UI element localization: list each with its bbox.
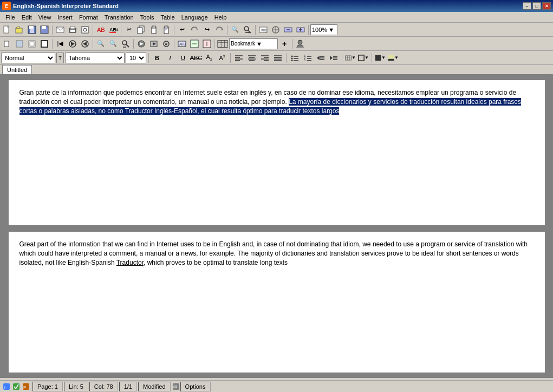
justify-button[interactable]	[272, 52, 284, 64]
print-preview-button[interactable]	[79, 24, 91, 36]
svg-point-27	[244, 27, 249, 31]
navigator-btn1[interactable]: |◀	[54, 38, 66, 50]
tab-bar: Untitled	[0, 65, 553, 75]
align-right-button[interactable]	[259, 52, 271, 64]
search-btn2[interactable]: 🔍	[107, 38, 119, 50]
menu-insert[interactable]: Insert	[54, 12, 76, 22]
svg-rect-13	[82, 27, 88, 33]
undo-history-button[interactable]	[188, 24, 200, 36]
ordered-list-button[interactable]: 1.2.3.	[302, 52, 314, 64]
window-controls: − □ ✕	[523, 2, 551, 10]
img-btn2[interactable]	[270, 24, 282, 36]
status-icon-1: i	[2, 382, 11, 391]
menu-language[interactable]: Language	[178, 12, 211, 22]
outdent-list-button[interactable]	[315, 52, 327, 64]
italic-button[interactable]: I	[164, 52, 176, 64]
menu-translation[interactable]: Translation	[101, 12, 137, 22]
paste-button[interactable]	[148, 24, 160, 36]
bold-button[interactable]: B	[151, 52, 163, 64]
unordered-list-button[interactable]	[289, 52, 301, 64]
maximize-button[interactable]: □	[532, 2, 541, 10]
border-format-button[interactable]: ▼	[357, 52, 369, 64]
toolbar-2: |◀ 🔍 🔍 ★ A/B	[0, 37, 553, 51]
sep-11	[174, 39, 174, 49]
media-btn3[interactable]: ★	[160, 38, 172, 50]
close-button[interactable]: ✕	[542, 2, 551, 10]
print-button[interactable]	[67, 24, 79, 36]
menu-format[interactable]: Format	[76, 12, 101, 22]
spell-check-button[interactable]: ABC	[95, 24, 107, 36]
svg-point-70	[298, 40, 302, 44]
status-options[interactable]: Options	[180, 382, 211, 391]
new-button[interactable]	[1, 24, 13, 36]
email-button[interactable]	[54, 24, 66, 36]
media-btn1[interactable]	[135, 38, 147, 50]
sep-9	[93, 39, 93, 49]
find-replace-button[interactable]	[242, 24, 253, 36]
save-as-button[interactable]	[38, 24, 50, 36]
sep-3	[121, 25, 121, 35]
translation-page[interactable]: Great part of the information that we ca…	[9, 232, 545, 373]
zoom-dropdown[interactable]: 100% ▼	[310, 24, 337, 35]
minimize-button[interactable]: −	[523, 2, 531, 10]
save-button[interactable]	[26, 24, 38, 36]
media-btn4[interactable]: A/B	[176, 38, 188, 50]
align-center-button[interactable]	[246, 52, 258, 64]
svg-text:i: i	[4, 385, 5, 390]
svg-rect-111	[359, 55, 364, 60]
find-button[interactable]: 🔍	[229, 24, 241, 36]
table-btn1[interactable]	[217, 38, 229, 50]
subscript-button[interactable]: Ax	[203, 52, 215, 64]
open-button[interactable]	[14, 24, 25, 36]
menu-help[interactable]: Help	[211, 12, 230, 22]
undo-button[interactable]: ↩	[176, 24, 188, 36]
translation-link[interactable]: Traductor	[116, 259, 144, 266]
media-btn2[interactable]	[148, 38, 160, 50]
zoom-out-button[interactable]	[282, 24, 294, 36]
copy-button[interactable]	[135, 24, 147, 36]
navigator-btn3[interactable]	[79, 38, 91, 50]
indent-list-button[interactable]	[328, 52, 340, 64]
paste-special-button[interactable]: *	[160, 24, 172, 36]
menu-view[interactable]: View	[35, 12, 55, 22]
search-btn3[interactable]	[120, 38, 132, 50]
editor-page[interactable]: Gran parte de la información que podemos…	[9, 80, 545, 225]
media-btn6[interactable]	[201, 38, 213, 50]
underline-button[interactable]: U	[177, 52, 189, 64]
outdent-btn[interactable]	[26, 38, 38, 50]
size-dropdown[interactable]: 10	[126, 53, 146, 63]
status-col: Col: 78	[89, 382, 118, 391]
strikethrough-button[interactable]: ABC	[190, 52, 202, 64]
font-dropdown[interactable]: Tahoma	[65, 53, 125, 63]
superscript-button[interactable]: Ax	[216, 52, 228, 64]
svg-rect-114	[388, 58, 394, 60]
sep-4	[174, 25, 174, 35]
border-btn[interactable]	[38, 38, 50, 50]
add-bookmark-button[interactable]: +	[278, 38, 290, 50]
indent-btn[interactable]	[14, 38, 25, 50]
menu-tools[interactable]: Tools	[137, 12, 158, 22]
zoom-in-button[interactable]	[295, 24, 307, 36]
highlight-color-button[interactable]: ▼	[387, 52, 399, 64]
redo-history-button[interactable]	[213, 24, 225, 36]
menu-file[interactable]: File	[2, 12, 18, 22]
search-btn1[interactable]: 🔍	[95, 38, 107, 50]
tab-untitled[interactable]: Untitled	[2, 65, 32, 74]
img-btn1[interactable]: img	[257, 24, 269, 36]
align-left-button[interactable]	[233, 52, 245, 64]
user-button[interactable]	[294, 38, 306, 50]
cut-button[interactable]: ✂	[123, 24, 135, 36]
table-format-button[interactable]: ▼	[344, 52, 356, 64]
translation-area: Great part of the information that we ca…	[0, 232, 553, 378]
redo-button[interactable]: ↪	[201, 24, 213, 36]
bookmark-dropdown[interactable]: Bookmark ▼	[229, 38, 278, 49]
menu-table[interactable]: Table	[157, 12, 178, 22]
navigator-btn2[interactable]	[67, 38, 79, 50]
bold-toggle[interactable]	[1, 38, 13, 50]
style-dropdown[interactable]: Normal	[1, 53, 55, 63]
media-btn5[interactable]	[188, 38, 200, 50]
abc-button[interactable]: ABC	[107, 24, 119, 36]
translation-text: Great part of the information that we ca…	[19, 240, 534, 267]
text-color-button[interactable]: ▼	[374, 52, 386, 64]
menu-edit[interactable]: Edit	[18, 12, 35, 22]
